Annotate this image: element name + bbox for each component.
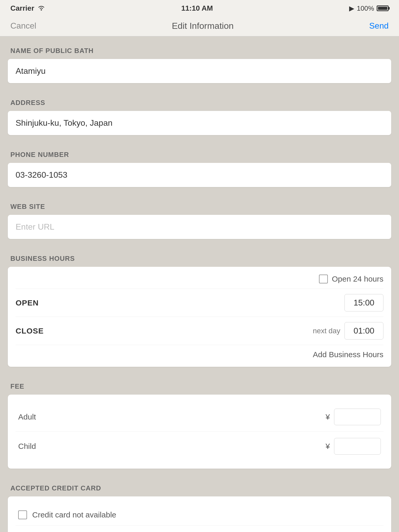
open-label: OPEN — [16, 298, 39, 307]
battery-percent: 100% — [357, 4, 374, 12]
adult-fee-right: ¥ — [325, 409, 381, 425]
close-label: CLOSE — [16, 327, 44, 335]
status-bar: Carrier 11:10 AM ▶ 100% — [0, 0, 399, 16]
svg-point-0 — [41, 9, 42, 11]
fee-card: Adult ¥ Child ¥ — [8, 395, 391, 469]
main-content: NAME OF PUBLIC BATH ADDRESS PHONE NUMBER… — [0, 36, 399, 532]
credit-card-card: Credit card not available ✓ VISA — [8, 496, 391, 532]
adult-fee-input[interactable] — [334, 409, 381, 425]
open-24-label: Open 24 hours — [332, 275, 383, 283]
business-hours-card: Open 24 hours OPEN 15:00 CLOSE next day … — [8, 267, 391, 367]
close-time[interactable]: 01:00 — [344, 322, 383, 340]
open-24-checkbox[interactable] — [319, 275, 328, 283]
location-icon: ▶ — [349, 4, 354, 12]
send-button[interactable]: Send — [369, 21, 389, 31]
business-hours-section-label: BUSINESS HOURS — [8, 255, 391, 263]
open-time-container: 15:00 — [344, 294, 383, 311]
open-24-row: Open 24 hours — [16, 275, 383, 289]
add-business-hours-button[interactable]: Add Business Hours — [313, 350, 383, 359]
child-fee-input[interactable] — [334, 438, 381, 455]
child-fee-right: ¥ — [325, 438, 381, 455]
add-hours-row: Add Business Hours — [16, 345, 383, 359]
fee-section-label: FEE — [8, 382, 391, 390]
status-right: ▶ 100% — [349, 4, 389, 12]
open-24-container: Open 24 hours — [319, 275, 383, 283]
open-row: OPEN 15:00 — [16, 289, 383, 317]
battery-icon — [377, 5, 389, 11]
nav-bar: Cancel Edit Information Send — [0, 16, 399, 36]
adult-yen-symbol: ¥ — [325, 413, 330, 421]
website-section-label: WEB SITE — [8, 203, 391, 211]
adult-label: Adult — [18, 413, 36, 421]
phone-section-label: PHONE NUMBER — [8, 151, 391, 159]
not-available-label: Credit card not available — [32, 510, 116, 519]
close-row: CLOSE next day 01:00 — [16, 317, 383, 345]
phone-input[interactable] — [8, 163, 391, 187]
status-left: Carrier — [10, 4, 45, 12]
address-section-label: ADDRESS — [8, 99, 391, 107]
name-input[interactable] — [8, 59, 391, 83]
page-title: Edit Information — [172, 21, 234, 31]
not-available-checkbox[interactable] — [18, 510, 27, 519]
close-time-container: next day 01:00 — [313, 322, 383, 340]
carrier-label: Carrier — [10, 4, 34, 12]
open-time[interactable]: 15:00 — [344, 294, 383, 311]
adult-fee-row: Adult ¥ — [16, 402, 383, 432]
child-fee-row: Child ¥ — [16, 432, 383, 461]
child-yen-symbol: ¥ — [325, 442, 330, 451]
child-label: Child — [18, 442, 36, 451]
not-available-row: Credit card not available — [16, 504, 383, 526]
next-day-label: next day — [313, 327, 340, 335]
credit-card-section-label: ACCEPTED CREDIT CARD — [8, 484, 391, 492]
visa-row: ✓ VISA — [16, 526, 383, 532]
cancel-button[interactable]: Cancel — [10, 21, 36, 31]
status-time: 11:10 AM — [181, 4, 213, 12]
website-input[interactable] — [8, 215, 391, 239]
name-section-label: NAME OF PUBLIC BATH — [8, 47, 391, 55]
address-input[interactable] — [8, 111, 391, 135]
wifi-icon — [37, 4, 45, 12]
